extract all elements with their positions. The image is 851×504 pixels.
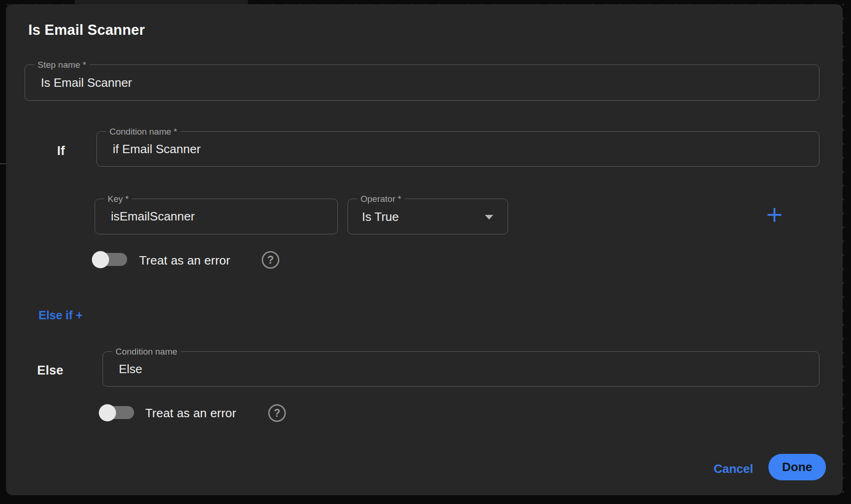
toggle-thumb	[99, 404, 116, 421]
background-edge-line	[0, 163, 6, 164]
help-icon[interactable]: ?	[262, 251, 279, 269]
rule-operator-value: Is True	[362, 209, 399, 224]
else-if-add-link[interactable]: Else if +	[39, 308, 83, 322]
else-treat-as-error-label: Treat as an error	[145, 406, 236, 420]
if-condition-name-input[interactable]	[113, 132, 811, 166]
help-icon[interactable]: ?	[268, 404, 286, 422]
done-button[interactable]: Done	[768, 454, 826, 480]
rule-key-input[interactable]	[111, 199, 329, 234]
plus-icon	[764, 205, 785, 225]
else-condition-name-input[interactable]	[119, 352, 811, 386]
add-rule-button[interactable]	[764, 205, 785, 225]
dialog-title: Is Email Scanner	[28, 21, 145, 39]
rule-operator-select[interactable]: Operator * Is True	[348, 199, 508, 234]
if-branch-label: If	[57, 143, 65, 158]
rule-key-field: Key *	[95, 199, 338, 234]
caret-down-icon	[485, 215, 493, 220]
cancel-button[interactable]: Cancel	[714, 462, 753, 476]
step-config-dialog: Is Email Scanner Step name * If Conditio…	[6, 4, 843, 495]
else-treat-as-error-toggle[interactable]	[100, 406, 134, 419]
if-condition-name-field: Condition name *	[97, 131, 819, 167]
step-name-input[interactable]	[41, 65, 811, 100]
if-treat-as-error-toggle[interactable]	[93, 253, 127, 266]
background-tab-strip	[75, 0, 248, 4]
toggle-thumb	[92, 251, 109, 268]
else-condition-name-field: Condition name	[103, 351, 819, 387]
else-branch-label: Else	[37, 363, 63, 378]
rule-operator-label: Operator *	[357, 193, 405, 205]
step-name-field: Step name *	[25, 65, 819, 101]
if-treat-as-error-label: Treat as an error	[139, 253, 230, 267]
workflow-canvas-background: Is Email Scanner Step name * If Conditio…	[0, 0, 851, 504]
